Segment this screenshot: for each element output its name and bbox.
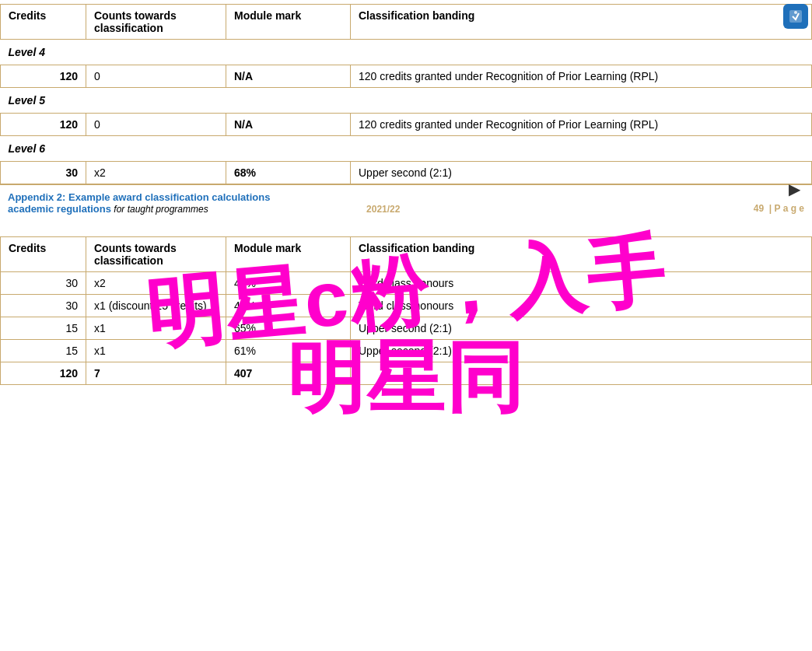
header-credits: Credits [1,5,86,40]
level-4-header: Level 4 [1,40,812,65]
cell-module: 47% [226,295,351,317]
top-section: Credits Counts towards classification Mo… [0,0,812,184]
cell-module: N/A [226,65,351,88]
bottom-table: Credits Counts towards classification Mo… [0,236,812,385]
cell-credits: 120 [1,65,86,88]
table-header-row: Credits Counts towards classification Mo… [1,5,812,40]
level-5-label: Level 5 [1,88,812,114]
cell-counts: x1 [86,340,226,362]
level-6-header: Level 6 [1,136,812,162]
cell-counts: x2 [86,162,226,184]
level-4-label: Level 4 [1,40,812,65]
cell-credits: 30 [1,272,86,295]
cell-classification: Third class honours [351,272,812,295]
appendix-link[interactable]: Appendix 2: Example award classification… [8,191,270,203]
cell-classification: Third class honours [351,295,812,317]
table-row: 15 x1 65% Upper second (2:1) [1,317,812,340]
cell-counts: 7 [86,362,226,385]
cell-credits: 15 [1,317,86,340]
table-row: 120 0 N/A 120 credits granted under Reco… [1,114,812,136]
academic-regs-link[interactable]: academic regulations [8,203,111,215]
level-6-label: Level 6 [1,136,812,162]
cell-credits: 30 [1,295,86,317]
bottom-header-module: Module mark [226,237,351,272]
header-counts: Counts towards classification [86,5,226,40]
header-module: Module mark [226,5,351,40]
top-icon [783,4,808,29]
table-row: 30 x2 49% Third class honours [1,272,812,295]
cell-classification: 120 credits granted under Recognition of… [351,65,812,88]
table-row: 120 0 N/A 120 credits granted under Reco… [1,65,812,88]
bottom-section: Credits Counts towards classification Mo… [0,236,812,385]
cell-module: 65% [226,317,351,340]
bottom-header-row: Credits Counts towards classification Mo… [1,237,812,272]
cell-classification: Upper second (2:1) [351,162,812,184]
cell-counts: x2 [86,272,226,295]
cell-counts: 0 [86,65,226,88]
footer-bar: Appendix 2: Example award classification… [0,184,812,221]
footer-page: 49 | P a g e [754,203,804,214]
level-5-header: Level 5 [1,88,812,114]
cell-counts: x1 [86,317,226,340]
top-table: Credits Counts towards classification Mo… [0,4,812,184]
cell-credits: 120 [1,114,86,136]
cell-classification: 120 credits granted under Recognition of… [351,114,812,136]
cell-classification [351,362,812,385]
table-row: 30 x2 68% Upper second (2:1) [1,162,812,184]
table-row: 15 x1 61% Upper second (2:1) [1,340,812,362]
cell-module: 61% [226,340,351,362]
table-row: 120 7 407 [1,362,812,385]
cell-module: N/A [226,114,351,136]
cell-module: 407 [226,362,351,385]
table-row: 30 x1 (discount 15 credits) 47% Third cl… [1,295,812,317]
cell-classification: Upper second (2:1) [351,340,812,362]
page-suffix: | P a g e [769,203,804,214]
cell-module: 68% [226,162,351,184]
cell-module: 49% [226,272,351,295]
cell-credits: 30 [1,162,86,184]
cell-credits: 15 [1,340,86,362]
footer-for-text: for taught programmes [114,204,208,215]
page-number: 49 [754,203,764,214]
cell-counts: 0 [86,114,226,136]
bottom-header-classification: Classification banding [351,237,812,272]
page-wrapper: Credits Counts towards classification Mo… [0,0,812,385]
cell-classification: Upper second (2:1) [351,317,812,340]
footer-year: 2021/22 [366,204,400,215]
cell-counts: x1 (discount 15 credits) [86,295,226,317]
bottom-header-credits: Credits [1,237,86,272]
bottom-header-counts: Counts towards classification [86,237,226,272]
header-classification: Classification banding [351,5,812,40]
svg-point-1 [794,11,797,14]
cursor-indicator: ▶ [789,180,800,198]
cell-credits: 120 [1,362,86,385]
